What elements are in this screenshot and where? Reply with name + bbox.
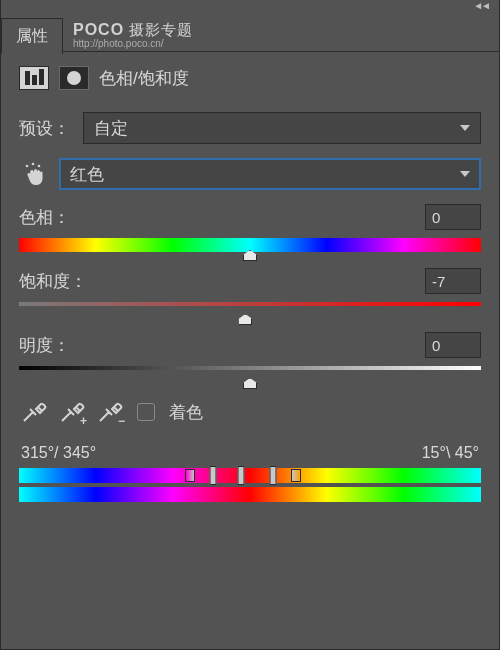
range-handle-3[interactable]	[270, 466, 277, 485]
watermark: POCO 摄影专题 http://photo.poco.cn/	[73, 21, 193, 49]
range-handle-1[interactable]	[210, 466, 217, 485]
layer-mask-icon[interactable]	[59, 66, 89, 90]
chevron-down-icon	[460, 171, 470, 177]
chevron-down-icon	[460, 125, 470, 131]
channel-select[interactable]: 红色	[59, 158, 481, 190]
panel-title: 色相/饱和度	[99, 67, 189, 90]
svg-point-2	[38, 165, 41, 168]
saturation-slider[interactable]	[19, 302, 481, 316]
adjustment-type-icon	[19, 66, 49, 90]
range-falloff-left[interactable]	[185, 469, 195, 482]
saturation-label: 饱和度：	[19, 270, 87, 293]
hue-slider[interactable]	[19, 238, 481, 252]
lightness-label: 明度：	[19, 334, 70, 357]
range-bar-top[interactable]	[19, 468, 481, 483]
range-bar-bottom	[19, 487, 481, 502]
eyedropper-subtract-icon[interactable]: −	[95, 398, 123, 426]
hue-value-input[interactable]	[425, 204, 481, 230]
eyedropper-icon[interactable]	[19, 398, 47, 426]
svg-point-1	[32, 163, 35, 166]
targeted-adjustment-tool-icon[interactable]	[19, 160, 49, 188]
range-right-label: 15°\ 45°	[422, 444, 479, 462]
panel-collapse-button[interactable]: ◄◄	[1, 0, 499, 18]
lightness-slider-thumb[interactable]	[243, 378, 257, 389]
preset-label: 预设：	[19, 117, 73, 140]
range-left-label: 315°/ 345°	[21, 444, 96, 462]
eyedropper-add-icon[interactable]: +	[57, 398, 85, 426]
range-falloff-right[interactable]	[291, 469, 301, 482]
lightness-value-input[interactable]	[425, 332, 481, 358]
range-handle-2[interactable]	[237, 466, 244, 485]
colorize-checkbox[interactable]	[137, 403, 155, 421]
saturation-value-input[interactable]	[425, 268, 481, 294]
colorize-label: 着色	[169, 401, 203, 424]
tab-properties[interactable]: 属性	[1, 18, 63, 54]
saturation-slider-thumb[interactable]	[238, 314, 252, 325]
hue-label: 色相：	[19, 206, 70, 229]
svg-point-0	[26, 165, 29, 168]
lightness-slider[interactable]	[19, 366, 481, 380]
preset-select[interactable]: 自定	[83, 112, 481, 144]
